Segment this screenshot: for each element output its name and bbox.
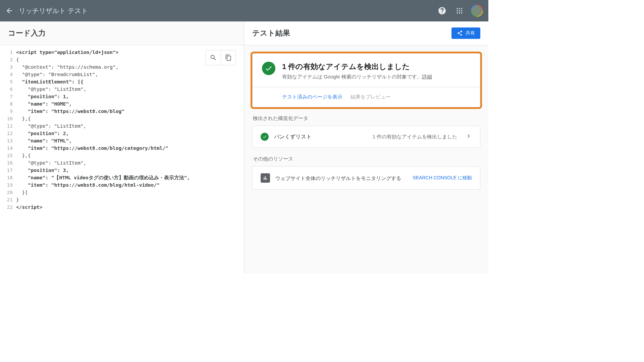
search-icon (210, 54, 217, 61)
detected-item-desc: 1 件の有効なアイテムを検出しました (372, 134, 457, 140)
app-title: リッチリザルト テスト (19, 6, 88, 15)
results-title: テスト結果 (252, 28, 290, 38)
code-toolbar (206, 50, 236, 65)
svg-point-2 (461, 8, 463, 9)
code-input-title: コード入力 (0, 21, 244, 45)
code-lines: <script type="application/ld+json">{ "@c… (16, 49, 244, 211)
chevron-right-icon (465, 133, 472, 141)
detected-item-row[interactable]: パンくずリスト 1 件の有効なアイテムを検出しました (253, 126, 480, 147)
check-icon (262, 134, 267, 139)
svg-point-8 (461, 12, 463, 14)
share-icon (457, 30, 463, 36)
check-icon (265, 64, 273, 72)
search-code-button[interactable] (206, 50, 221, 65)
preview-results-button: 結果をプレビュー (351, 94, 391, 100)
item-success-icon (261, 133, 269, 141)
help-button[interactable] (436, 5, 448, 17)
results-pane: テスト結果 共有 1 件の有効なアイテムを検出しました 有効なアイテムは Goo… (244, 21, 488, 274)
code-input-pane: コード入力 1234567891011121314151617181920212… (0, 21, 244, 274)
share-label: 共有 (466, 30, 475, 36)
help-icon (438, 6, 446, 15)
share-button[interactable]: 共有 (451, 27, 480, 39)
view-tested-page-button[interactable]: テスト済みのページを表示 (282, 94, 342, 100)
svg-point-4 (459, 10, 460, 11)
copy-code-button[interactable] (221, 50, 235, 65)
apps-grid-icon (456, 7, 463, 14)
back-button[interactable] (5, 7, 13, 15)
svg-point-1 (459, 8, 460, 9)
app-header: リッチリザルト テスト (0, 0, 488, 21)
other-resources-label: その他のリソース (253, 156, 480, 162)
summary-subtitle: 有効なアイテムは Google 検索のリッチリザルトの対象です。詳細 (282, 74, 432, 80)
svg-point-3 (457, 10, 458, 11)
code-editor[interactable]: 12345678910111213141516171819202122 <scr… (0, 45, 244, 274)
resource-card: ウェブサイト全体のリッチリザルトをモニタリングする SEARCH CONSOLE… (252, 166, 480, 190)
copy-icon (225, 54, 232, 61)
svg-point-6 (457, 12, 458, 14)
code-gutter: 12345678910111213141516171819202122 (0, 49, 16, 211)
detected-data-card: パンくずリスト 1 件の有効なアイテムを検出しました (252, 126, 480, 148)
account-avatar[interactable] (471, 5, 483, 17)
details-link[interactable]: 詳細 (422, 74, 432, 79)
summary-card: 1 件の有効なアイテムを検出しました 有効なアイテムは Google 検索のリッ… (252, 53, 480, 107)
svg-point-0 (457, 8, 458, 9)
resource-text: ウェブサイト全体のリッチリザルトをモニタリングする (275, 175, 407, 182)
analytics-icon (261, 173, 270, 183)
svg-point-5 (461, 10, 463, 11)
svg-point-7 (459, 12, 460, 14)
bar-chart-icon (263, 175, 268, 181)
detected-item-name: パンくずリスト (274, 133, 367, 140)
success-icon (262, 62, 275, 75)
apps-button[interactable] (453, 5, 466, 17)
search-console-link[interactable]: SEARCH CONSOLE に移動 (413, 175, 472, 181)
summary-title: 1 件の有効なアイテムを検出しました (282, 62, 432, 72)
detected-data-label: 検出された構造化データ (253, 115, 480, 122)
arrow-left-icon (5, 7, 13, 15)
